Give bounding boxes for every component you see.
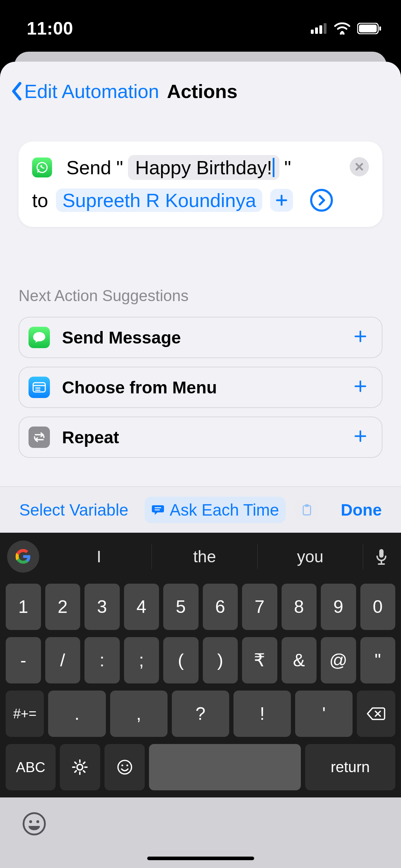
chevron-left-icon bbox=[11, 82, 22, 100]
svg-line-25 bbox=[83, 762, 85, 764]
recipient-token[interactable]: Supreeth R Koundinya bbox=[56, 188, 262, 212]
key-8[interactable]: 8 bbox=[282, 584, 317, 630]
svg-point-31 bbox=[29, 820, 32, 823]
to-label: to bbox=[32, 189, 48, 211]
status-bar: 11:00 bbox=[0, 0, 401, 50]
suggestion-label: Repeat bbox=[62, 428, 353, 447]
wifi-icon bbox=[334, 22, 351, 35]
clear-button[interactable] bbox=[350, 157, 369, 176]
disclosure-button[interactable] bbox=[310, 189, 333, 212]
backspace-icon bbox=[366, 707, 386, 721]
suggestion-row[interactable]: Repeat bbox=[19, 417, 382, 458]
add-recipient-button[interactable] bbox=[270, 189, 293, 212]
key-1[interactable]: 1 bbox=[6, 584, 41, 630]
cellular-icon bbox=[311, 23, 327, 34]
key-abc[interactable]: ABC bbox=[6, 744, 56, 790]
svg-rect-2 bbox=[319, 25, 322, 34]
suggestion-row[interactable]: Send Message bbox=[19, 317, 382, 358]
svg-line-26 bbox=[75, 771, 76, 772]
clipboard-button[interactable] bbox=[295, 500, 318, 520]
kb-suggestion[interactable]: I bbox=[46, 544, 152, 569]
svg-rect-15 bbox=[303, 505, 311, 515]
action-card[interactable]: Send " Happy Birthday! " to Supreeth R K… bbox=[19, 141, 382, 227]
key-slash[interactable]: / bbox=[45, 637, 81, 683]
key-comma[interactable]: , bbox=[110, 691, 168, 737]
status-right bbox=[311, 22, 381, 35]
svg-line-23 bbox=[75, 762, 76, 764]
key-apos[interactable]: ' bbox=[295, 691, 353, 737]
key-rparen[interactable]: ) bbox=[203, 637, 238, 683]
svg-rect-0 bbox=[311, 30, 314, 34]
emoji-keyboard-button[interactable] bbox=[21, 811, 47, 838]
emoji-icon bbox=[117, 759, 133, 775]
suggestion-label: Send Message bbox=[62, 328, 353, 347]
emoji-icon bbox=[21, 811, 47, 837]
key-2[interactable]: 2 bbox=[45, 584, 81, 630]
message-text: Happy Birthday! bbox=[135, 156, 272, 179]
clipboard-icon bbox=[302, 503, 312, 517]
svg-rect-3 bbox=[324, 23, 327, 34]
key-settings[interactable] bbox=[60, 744, 100, 790]
done-button[interactable]: Done bbox=[334, 497, 388, 523]
key-4[interactable]: 4 bbox=[124, 584, 159, 630]
ask-each-time-button[interactable]: Ask Each Time bbox=[145, 497, 286, 523]
kb-suggestion[interactable]: you bbox=[258, 544, 363, 569]
key-rupee[interactable]: ₹ bbox=[242, 637, 277, 683]
key-6[interactable]: 6 bbox=[203, 584, 238, 630]
key-at[interactable]: @ bbox=[321, 637, 356, 683]
action-prefix: Send bbox=[66, 156, 111, 179]
plus-icon bbox=[353, 379, 367, 393]
key-emoji[interactable] bbox=[104, 744, 145, 790]
variable-bar: Select Variable Ask Each Time Done bbox=[0, 486, 401, 533]
svg-point-4 bbox=[341, 31, 344, 34]
key-0[interactable]: 0 bbox=[360, 584, 396, 630]
svg-point-28 bbox=[121, 765, 123, 766]
key-backspace[interactable] bbox=[357, 691, 395, 737]
mic-icon bbox=[375, 548, 388, 565]
key-3[interactable]: 3 bbox=[84, 584, 120, 630]
svg-rect-1 bbox=[315, 27, 318, 34]
message-input[interactable]: Happy Birthday! bbox=[128, 155, 279, 180]
key-5[interactable]: 5 bbox=[163, 584, 199, 630]
back-button[interactable]: Edit Automation bbox=[11, 80, 159, 102]
key-question[interactable]: ? bbox=[172, 691, 229, 737]
close-icon bbox=[355, 162, 364, 171]
page-title: Actions bbox=[167, 80, 237, 102]
home-indicator[interactable] bbox=[147, 857, 254, 860]
svg-point-29 bbox=[126, 765, 128, 766]
plus-icon bbox=[353, 329, 367, 343]
key-lparen[interactable]: ( bbox=[163, 637, 199, 683]
key-symbols[interactable]: #+= bbox=[6, 691, 44, 737]
mic-button[interactable] bbox=[369, 548, 394, 565]
key-bang[interactable]: ! bbox=[233, 691, 291, 737]
key-return[interactable]: return bbox=[305, 744, 395, 790]
add-suggestion-button[interactable] bbox=[353, 377, 367, 398]
sheet: Edit Automation Actions Send " Happy Bir… bbox=[0, 62, 401, 868]
plus-icon bbox=[275, 194, 288, 207]
key-7[interactable]: 7 bbox=[242, 584, 277, 630]
svg-rect-7 bbox=[379, 26, 381, 31]
ask-label: Ask Each Time bbox=[170, 500, 279, 520]
svg-line-24 bbox=[83, 771, 85, 772]
add-suggestion-button[interactable] bbox=[353, 427, 367, 448]
google-button[interactable] bbox=[7, 541, 39, 573]
svg-rect-17 bbox=[379, 549, 384, 558]
bottom-bar bbox=[0, 797, 401, 868]
key-semicolon[interactable]: ; bbox=[124, 637, 159, 683]
key-9[interactable]: 9 bbox=[321, 584, 356, 630]
nav-bar: Edit Automation Actions bbox=[0, 62, 401, 102]
key-colon[interactable]: : bbox=[84, 637, 120, 683]
key-dash[interactable]: - bbox=[6, 637, 41, 683]
key-space[interactable] bbox=[149, 744, 301, 790]
key-quote[interactable]: " bbox=[360, 637, 396, 683]
add-suggestion-button[interactable] bbox=[353, 327, 367, 348]
whatsapp-icon bbox=[32, 157, 52, 177]
key-amp[interactable]: & bbox=[282, 637, 317, 683]
select-variable-button[interactable]: Select Variable bbox=[13, 497, 135, 523]
suggestion-row[interactable]: Choose from Menu bbox=[19, 367, 382, 408]
svg-rect-16 bbox=[305, 504, 308, 507]
svg-point-32 bbox=[36, 820, 39, 823]
kb-suggestion[interactable]: the bbox=[152, 544, 257, 569]
gear-icon bbox=[71, 759, 88, 776]
key-period[interactable]: . bbox=[48, 691, 106, 737]
